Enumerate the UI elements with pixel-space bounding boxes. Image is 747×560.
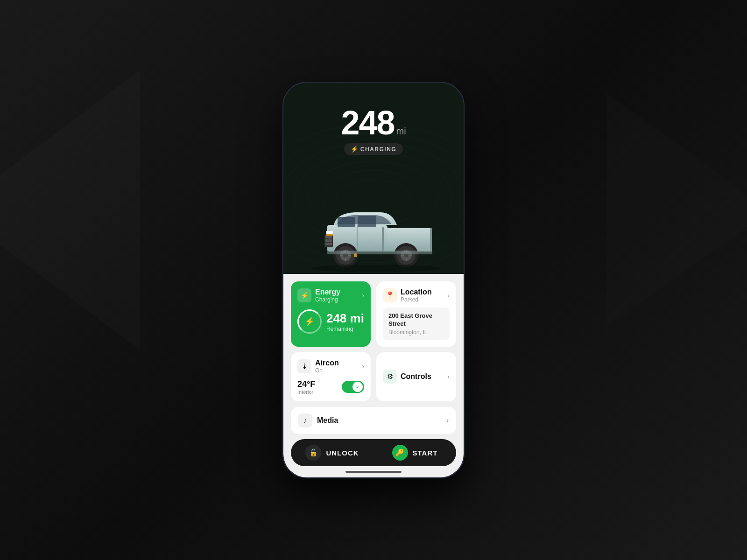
aircon-card[interactable]: 🌡 Aircon On › 24°F Interior bbox=[291, 352, 371, 401]
location-header-left: 📍 Location Parked bbox=[383, 288, 432, 303]
mileage-number: 248mi bbox=[283, 106, 464, 140]
unlock-button[interactable]: 🔓 UNLOCK bbox=[291, 439, 374, 466]
svg-rect-12 bbox=[325, 243, 332, 245]
aircon-header-left: 🌡 Aircon On bbox=[297, 359, 339, 374]
svg-rect-18 bbox=[382, 227, 384, 252]
key-icon: 🔑 bbox=[395, 448, 404, 457]
controls-chevron: › bbox=[447, 373, 450, 380]
controls-title-group: Controls bbox=[401, 372, 431, 381]
toggle-knob: ✓ bbox=[352, 382, 363, 392]
location-chevron: › bbox=[447, 292, 450, 299]
action-bar: 🔓 UNLOCK 🔑 START bbox=[291, 439, 456, 466]
aircon-temp: 24°F bbox=[297, 379, 315, 389]
start-icon-wrap: 🔑 bbox=[392, 445, 408, 461]
unlock-icon-wrap: 🔓 bbox=[305, 445, 321, 461]
energy-card-header: ⚡ Energy Charging › bbox=[297, 288, 364, 303]
unlock-label: UNLOCK bbox=[326, 449, 359, 457]
location-card-header: 📍 Location Parked › bbox=[383, 288, 450, 303]
location-pin-icon: 📍 bbox=[386, 291, 395, 300]
start-button[interactable]: 🔑 START bbox=[374, 439, 456, 466]
sliders-icon: ⚙ bbox=[387, 372, 393, 381]
controls-title: Controls bbox=[401, 372, 431, 381]
controls-card[interactable]: ⚙ Controls › bbox=[376, 352, 456, 401]
media-chevron: › bbox=[446, 416, 449, 425]
mileage-display: 248mi ⚡ CHARGING bbox=[283, 106, 464, 155]
energy-subtitle: Charging bbox=[315, 296, 340, 303]
aircon-chevron: › bbox=[362, 363, 364, 370]
svg-rect-19 bbox=[430, 228, 432, 252]
start-label: START bbox=[413, 449, 438, 457]
thermometer-icon: 🌡 bbox=[301, 362, 308, 370]
toggle-check-icon: ✓ bbox=[356, 385, 359, 390]
media-icon-wrap: ♪ bbox=[298, 413, 312, 427]
media-title: Media bbox=[317, 416, 338, 425]
car-image bbox=[283, 153, 464, 274]
aircon-title-group: Aircon On bbox=[315, 359, 339, 374]
lock-open-icon: 🔓 bbox=[309, 448, 318, 457]
rivian-truck-svg bbox=[299, 199, 448, 274]
media-card[interactable]: ♪ Media › bbox=[291, 407, 456, 434]
energy-reading: ⚡ 248 mi Remaining bbox=[297, 309, 364, 334]
controls-icon-wrap: ⚙ bbox=[383, 370, 397, 384]
middle-cards-grid: 🌡 Aircon On › 24°F Interior bbox=[291, 352, 456, 401]
energy-card[interactable]: ⚡ Energy Charging › ⚡ bbox=[291, 281, 371, 347]
charging-text: CHARGING bbox=[360, 146, 396, 153]
energy-chevron: › bbox=[362, 292, 364, 299]
energy-charging-icon: ⚡ bbox=[301, 292, 309, 299]
address-city: Bloomington, IL bbox=[388, 329, 444, 336]
svg-rect-16 bbox=[338, 217, 355, 227]
screen-header: 248mi ⚡ CHARGING bbox=[283, 83, 464, 274]
aircon-toggle[interactable]: ✓ bbox=[342, 381, 364, 393]
energy-header-left: ⚡ Energy Charging bbox=[297, 288, 340, 303]
location-title-group: Location Parked bbox=[401, 288, 432, 303]
aircon-card-header: 🌡 Aircon On › bbox=[297, 359, 364, 374]
controls-header-left: ⚙ Controls bbox=[383, 370, 431, 384]
phone-frame: 248mi ⚡ CHARGING bbox=[282, 82, 465, 478]
charging-badge: ⚡ CHARGING bbox=[344, 143, 403, 155]
aircon-toggle-row: 24°F Interior ✓ bbox=[297, 379, 364, 395]
energy-remaining-label: Remaining bbox=[326, 326, 364, 332]
energy-title-group: Energy Charging bbox=[315, 288, 340, 303]
energy-mileage: 248 mi bbox=[326, 311, 364, 326]
top-cards-grid: ⚡ Energy Charging › ⚡ bbox=[291, 281, 456, 347]
aircon-icon-wrap: 🌡 bbox=[297, 359, 311, 373]
aircon-temp-group: 24°F Interior bbox=[297, 379, 315, 395]
aircon-status: On bbox=[315, 367, 339, 374]
svg-rect-14 bbox=[326, 234, 333, 236]
svg-rect-37 bbox=[327, 251, 432, 254]
svg-point-38 bbox=[310, 265, 441, 272]
aircon-temp-label: Interior bbox=[297, 389, 315, 395]
energy-title: Energy bbox=[315, 288, 340, 296]
address-box: 200 East Grove Street Bloomington, IL bbox=[383, 308, 450, 340]
bolt-icon: ⚡ bbox=[351, 146, 358, 153]
energy-icon-wrap: ⚡ bbox=[297, 288, 311, 302]
music-note-icon: ♪ bbox=[303, 416, 307, 424]
power-button[interactable] bbox=[464, 176, 465, 204]
address-street-line1: 200 East Grove Street bbox=[388, 312, 444, 328]
aircon-title: Aircon bbox=[315, 359, 339, 367]
location-title: Location bbox=[401, 288, 432, 296]
svg-rect-11 bbox=[325, 239, 332, 242]
phone-screen: 248mi ⚡ CHARGING bbox=[283, 83, 464, 477]
svg-rect-17 bbox=[358, 216, 376, 227]
svg-rect-13 bbox=[326, 231, 333, 234]
media-left: ♪ Media bbox=[298, 413, 338, 427]
home-indicator bbox=[345, 471, 402, 473]
location-subtitle: Parked bbox=[401, 296, 432, 303]
location-icon-wrap: 📍 bbox=[383, 288, 397, 302]
location-card[interactable]: 📍 Location Parked › 200 East Grove Stree… bbox=[376, 281, 456, 347]
battery-circle-icon: ⚡ bbox=[297, 309, 322, 334]
lightning-icon: ⚡ bbox=[304, 316, 315, 327]
svg-rect-10 bbox=[325, 236, 332, 238]
energy-value-group: 248 mi Remaining bbox=[326, 311, 364, 332]
